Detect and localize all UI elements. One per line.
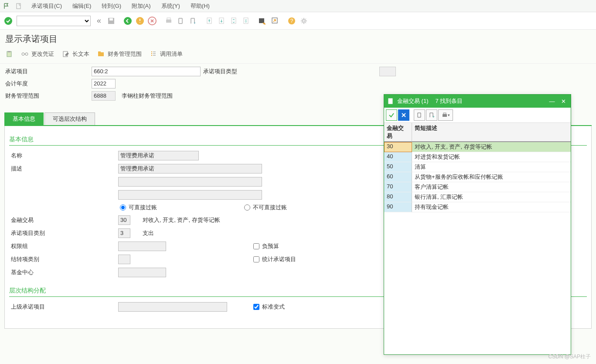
popup-row[interactable]: 30对收入, 开支, 资产, 存货等记帐: [384, 142, 571, 152]
desc-field-3[interactable]: [118, 190, 262, 200]
call-list-label: 调用清单: [160, 50, 183, 58]
parent-field[interactable]: [118, 302, 227, 312]
popup-row[interactable]: 70客户清算记帐: [384, 182, 571, 192]
carryfwd-field[interactable]: [118, 255, 130, 264]
svg-rect-0: [17, 3, 20, 9]
radio-not-direct-label: 不可直接过账: [253, 204, 287, 211]
popup-minimize-icon[interactable]: —: [548, 97, 556, 105]
glasses-icon: [21, 50, 29, 58]
svg-point-1: [4, 17, 12, 25]
cat-field[interactable]: 3: [118, 228, 130, 238]
name-field[interactable]: 管理费用承诺: [118, 151, 199, 160]
chk-std-variant[interactable]: 标准变式: [253, 303, 285, 311]
popup-body: 30对收入, 开支, 资产, 存货等记帐40对进货和发货记帐50清算60从货物+…: [384, 142, 571, 212]
popup-titlebar[interactable]: 金融交易 (1) 7 找到条目 — ✕: [384, 95, 571, 108]
exit-button[interactable]: [134, 15, 146, 27]
popup-find-button[interactable]: [414, 109, 425, 121]
shortcut-icon[interactable]: [269, 15, 281, 27]
popup-title-text: 金融交易 (1): [397, 97, 429, 105]
long-text-label: 长文本: [72, 50, 89, 58]
popup-row[interactable]: 90持有现金记帐: [384, 202, 571, 212]
popup-row-code: 50: [384, 162, 412, 172]
svg-text:?: ?: [290, 18, 293, 24]
desc-field-2[interactable]: [118, 177, 262, 187]
cancel-button[interactable]: [146, 15, 158, 27]
chk-neg-budget[interactable]: 负预算: [253, 242, 279, 250]
popup-row-desc: 银行清算, 汇票记帐: [412, 192, 571, 202]
save-icon[interactable]: [106, 15, 117, 27]
popup-row-code: 60: [384, 172, 412, 182]
menu-extra[interactable]: 附加(A): [126, 0, 156, 12]
popup-doc-icon: [388, 98, 394, 104]
popup-row[interactable]: 80银行清算, 汇票记帐: [384, 192, 571, 202]
popup-col-desc[interactable]: 简短描述: [412, 123, 571, 142]
menu-commit-item[interactable]: 承诺项目(C): [26, 0, 67, 12]
menu-bar: 承诺项目(C) 编辑(E) 转到(G) 附加(A) 系统(Y) 帮助(H): [0, 0, 596, 12]
command-field[interactable]: [17, 16, 91, 26]
menu-goto[interactable]: 转到(G): [96, 0, 126, 12]
svg-rect-25: [98, 52, 104, 56]
f4-popup: 金融交易 (1) 7 找到条目 — ✕ + ▾ 金融交易 简短描述 30对收入,…: [384, 94, 571, 355]
radio-direct-post[interactable]: 可直接过账: [120, 204, 157, 211]
find-icon[interactable]: [175, 15, 187, 27]
svg-rect-26: [98, 51, 101, 53]
print-icon[interactable]: [163, 15, 174, 27]
page-up-icon[interactable]: [204, 15, 215, 27]
name-label: 名称: [9, 152, 118, 160]
popup-row-desc: 客户清算记帐: [412, 182, 571, 192]
menu-help[interactable]: 帮助(H): [185, 0, 215, 12]
ok-button[interactable]: [3, 15, 14, 27]
fm-area-label2: 财务管理范围: [4, 92, 92, 100]
collapse-icon[interactable]: «: [93, 15, 105, 27]
popup-close-icon[interactable]: ✕: [559, 97, 567, 105]
call-list-button[interactable]: 调用清单: [150, 50, 183, 58]
radio-not-direct-post[interactable]: 不可直接过账: [244, 204, 287, 211]
chk-stat-label: 统计承诺项目: [262, 255, 296, 263]
page-last-icon[interactable]: [241, 15, 252, 27]
popup-find-next-button[interactable]: +: [426, 109, 437, 121]
popup-col-code[interactable]: 金融交易: [384, 123, 412, 142]
fm-area-button[interactable]: 财务管理范围: [97, 50, 142, 58]
popup-row-desc: 持有现金记帐: [412, 202, 571, 212]
page-icon: [14, 1, 24, 11]
long-text-button[interactable]: 长文本: [62, 50, 89, 58]
popup-ok-button[interactable]: [386, 109, 397, 121]
svg-rect-30: [443, 113, 446, 114]
desc-label: 描述: [9, 165, 118, 173]
help-icon[interactable]: ?: [286, 15, 297, 27]
radio-direct-label: 可直接过账: [129, 204, 157, 211]
find-next-icon[interactable]: +: [187, 15, 199, 27]
fiscal-year-value[interactable]: 2022: [92, 79, 116, 88]
popup-found-text: 7 找到条目: [436, 97, 463, 105]
authgrp-field[interactable]: [118, 242, 166, 251]
popup-row[interactable]: 60从货物+服务的应收帐和应付帐记账: [384, 172, 571, 182]
commit-item-value[interactable]: 660:2: [92, 67, 201, 76]
popup-row[interactable]: 50清算: [384, 162, 571, 172]
paste-button[interactable]: [5, 50, 13, 58]
popup-toolbar: + ▾: [384, 108, 571, 123]
tab-optional-hierarchy[interactable]: 可选层次结构: [44, 112, 95, 125]
new-session-icon[interactable]: [257, 15, 269, 27]
settings-icon[interactable]: [298, 15, 310, 27]
popup-cancel-button[interactable]: [398, 109, 409, 121]
tab-basic-info[interactable]: 基本信息: [4, 112, 44, 125]
svg-point-23: [25, 53, 28, 55]
change-doc-button[interactable]: 更改凭证: [21, 50, 54, 58]
main-toolbar: « + ?: [0, 12, 596, 30]
page-first-icon[interactable]: [216, 15, 228, 27]
back-button[interactable]: [122, 15, 133, 27]
menu-system[interactable]: 系统(Y): [156, 0, 185, 12]
authgrp-label: 权限组: [9, 242, 118, 250]
page-down-icon[interactable]: [228, 15, 240, 27]
fund-center-field[interactable]: [118, 268, 166, 277]
fund-center-label: 基金中心: [9, 269, 118, 276]
desc-field-1[interactable]: 管理费用承诺: [118, 164, 262, 173]
popup-columns: 金融交易 简短描述: [384, 123, 571, 142]
chk-stat-item[interactable]: 统计承诺项目: [253, 255, 296, 263]
popup-print-button[interactable]: ▾: [438, 109, 453, 121]
popup-row[interactable]: 40对进货和发货记帐: [384, 152, 571, 162]
cat-label: 承诺项目类别: [9, 229, 118, 237]
menu-edit[interactable]: 编辑(E): [67, 0, 96, 12]
popup-row-code: 40: [384, 152, 412, 162]
fin-tx-field[interactable]: 30: [118, 215, 130, 225]
